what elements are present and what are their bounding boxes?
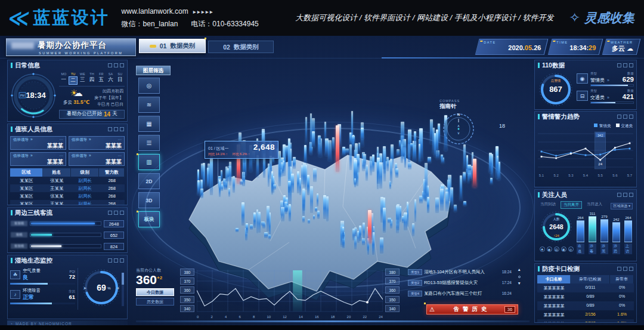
metric-status: 良 (23, 274, 41, 282)
alarm-type-row: ◉类型数量警情类»629 (577, 72, 634, 87)
y-tick: 380 (180, 269, 194, 276)
trend-legend: 警情类 交通类 (594, 124, 633, 129)
more-icon[interactable]: ⋯ (60, 153, 64, 159)
alert-list: 类型1湿地3-104片区有不明人员闯入18:24类型2RD13-53烟感报警疑似… (408, 267, 521, 322)
panel-action-icons[interactable] (617, 267, 633, 271)
data-bar (317, 211, 319, 220)
svg-text:5.5: 5.5 (597, 174, 603, 177)
today-data-button[interactable]: 今日数据 (136, 288, 174, 296)
focus-icon-3[interactable]: ▤ (554, 246, 559, 252)
focus-icon-5[interactable]: ◎ (568, 246, 574, 252)
focus-tab[interactable]: 当日进入 (584, 201, 605, 209)
weekday[interactable]: MO一 (59, 72, 69, 85)
type-bar (590, 84, 634, 87)
table-cell: 268 (99, 200, 125, 205)
more-icon[interactable]: ⋯ (118, 153, 122, 159)
data-bar (342, 147, 345, 155)
history-data-button[interactable]: 历史数据 (136, 298, 174, 306)
alert-time: 17:24 (502, 280, 512, 285)
alert-scroll-up[interactable]: ▲ (518, 268, 521, 272)
focus-bar-chart: 264在逃311涉毒279涉黑242涉恐264上访 (575, 210, 634, 254)
data-bar (435, 198, 439, 213)
eco-metric: ♪环境噪音正常分贝61 (10, 288, 75, 304)
weekday[interactable]: TH四 (87, 72, 97, 85)
focus-tab[interactable]: 当日离开 (561, 201, 582, 209)
focus-bar: 279涉黑 (600, 210, 608, 254)
alert-item[interactable]: 类型4某路口有小汽车连闯三个红灯16:24 (408, 289, 512, 298)
alert-item[interactable]: 类型2RD13-53烟感报警疑似火灾17:24 (408, 278, 512, 287)
warning-icon: ⚠ (429, 306, 435, 313)
weekday[interactable]: SA六 (106, 72, 116, 85)
y-tick: 380 (385, 269, 400, 276)
more-icon[interactable]: ⋯ (118, 137, 122, 143)
data-bar (407, 202, 408, 227)
col-header[interactable]: 卡口名称 (537, 275, 571, 283)
focus-bar: 242涉恐 (612, 210, 620, 254)
panel-action-icons[interactable] (108, 127, 124, 131)
data-bar (315, 207, 317, 212)
checkpoint-cell: 某某某某某 (537, 301, 571, 310)
collection-link[interactable]: ✧ 灵感收集 (569, 10, 634, 26)
alert-scroll-dot (518, 276, 521, 278)
bar-category: 上访 (624, 243, 632, 254)
svg-text:5.6: 5.6 (612, 174, 618, 177)
y-tick: 370 (180, 277, 194, 285)
noise-icon: ♪ (10, 290, 20, 299)
office-chart-svg (197, 269, 383, 314)
panel-action-icons[interactable] (617, 63, 633, 67)
data-bar (261, 221, 265, 226)
compass: COMPASS 指南针 N∧∨ 18 (439, 99, 505, 149)
weekday[interactable]: WE三 (78, 72, 87, 85)
alert-scroll-down[interactable]: ▼ (518, 282, 521, 286)
checkpoint-cell: 某某某某某 (537, 292, 571, 301)
time-value: 18:34: (569, 44, 589, 51)
panel-eco-monitor: 湿地生态监控 ☘空气质量良PQI72♪环境噪音正常分贝61 69%►◄ (7, 255, 128, 319)
panel-action-icons[interactable] (617, 193, 633, 197)
panel-title: 值班人员信息 (15, 125, 106, 134)
data-bar (363, 154, 366, 169)
data-bar (383, 208, 386, 233)
panel-action-icons[interactable] (108, 258, 124, 263)
data-bar (463, 201, 467, 206)
compass-svg: N∧∨ (439, 110, 478, 146)
y-axis-left: 380370360350340 (180, 269, 194, 314)
flow-row: 某某线824 (8, 240, 127, 252)
y-tick: 350 (385, 296, 400, 303)
focus-icon-4[interactable]: ▣ (561, 246, 566, 252)
col-header: 警力数 (99, 168, 125, 177)
duty-role: 值班领导 (72, 153, 87, 159)
panel-action-icons[interactable] (617, 115, 633, 119)
total-alarm-gauge: 总警情867 (537, 72, 574, 110)
panel-action-icons[interactable] (108, 63, 124, 67)
alert-history-button[interactable]: ⚠ 告警历史 36 (426, 304, 518, 314)
data-bar (305, 117, 307, 143)
weekday-en: WE (78, 72, 87, 76)
legend-swatch-police (594, 124, 597, 127)
tab-data-category-2[interactable]: 02 数据类别 (208, 41, 274, 53)
focus-icon-2[interactable]: ◉ (547, 246, 552, 252)
svg-text:867: 867 (549, 85, 562, 94)
data-bar (454, 205, 457, 212)
weekday-en: FR (97, 72, 106, 76)
website-link[interactable]: www.lanlanwork.com (122, 7, 188, 16)
tab-data-category-1[interactable]: 01 数据类别 (139, 39, 206, 53)
panel-action-icons[interactable] (108, 211, 124, 215)
x-tick: 4 (225, 315, 227, 319)
checkpoint-cell: 0/311 (571, 283, 610, 292)
weekday-en: TU (69, 72, 78, 76)
weekday[interactable]: FR五 (97, 72, 106, 85)
focus-icon-1[interactable]: ✚ (540, 246, 545, 252)
weekday-cn: 六 (106, 76, 116, 84)
weekday[interactable]: TU二 (69, 72, 78, 85)
alarm-type-row: ⊟类型数量交通类»421 (577, 89, 634, 104)
more-icon[interactable]: ⋯ (60, 137, 64, 143)
bar-category: 涉毒 (589, 243, 596, 254)
table-cell: 副局长 (71, 192, 99, 200)
alert-item[interactable]: 类型1湿地3-104片区有不明人员闯入18:24 (408, 267, 512, 276)
area-filter-dropdown[interactable]: 区域筛选 ▾ (611, 203, 633, 209)
focus-tab[interactable]: 当日到访 (538, 201, 558, 209)
x-tick: 18 (331, 315, 335, 319)
weekday-cn: 三 (78, 76, 87, 84)
collection-label: 灵感收集 (584, 10, 634, 26)
bar-rect (612, 222, 620, 242)
